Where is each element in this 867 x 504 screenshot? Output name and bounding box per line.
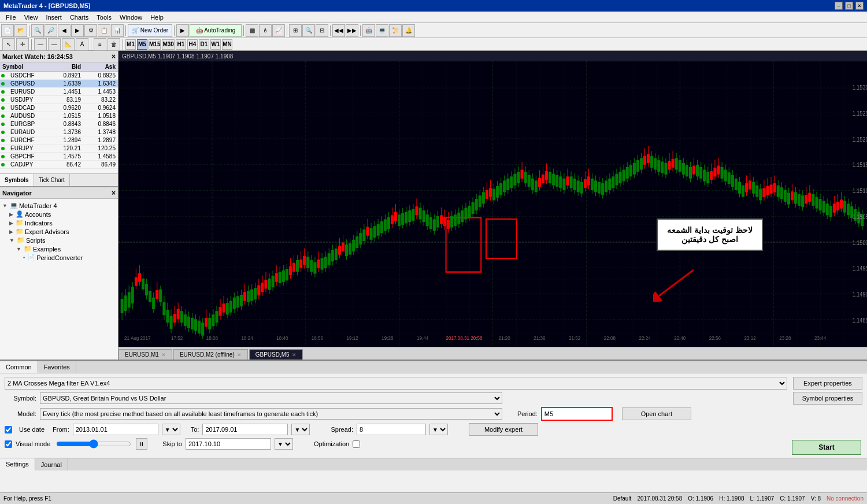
menu-file[interactable]: File <box>2 13 20 22</box>
menu-tools[interactable]: Tools <box>93 13 115 22</box>
market-watch-row-usdjpy[interactable]: USDJPY 83.19 83.22 <box>0 96 118 104</box>
market-watch-row-eurusd[interactable]: EURUSD 1.4451 1.4453 <box>0 88 118 96</box>
menu-window[interactable]: Window <box>116 13 146 22</box>
zoom-zoom-btn[interactable]: 🔍 <box>302 24 315 37</box>
tab-tick-chart[interactable]: Tick Chart <box>34 174 70 186</box>
nav-period-converter[interactable]: • 📄 PeriodConverter <box>0 253 118 262</box>
tab-symbols[interactable]: Symbols <box>0 174 34 186</box>
period-d1[interactable]: D1 <box>199 39 209 50</box>
template-btn[interactable]: 📋 <box>98 24 110 37</box>
menu-view[interactable]: View <box>21 13 42 22</box>
skip-to-field[interactable] <box>186 438 271 450</box>
menu-insert[interactable]: Insert <box>42 13 65 22</box>
bar-chart-btn[interactable]: ▦ <box>246 24 258 37</box>
period-m30[interactable]: M30 <box>162 39 174 50</box>
period-field[interactable] <box>542 408 612 420</box>
model-selector[interactable]: Every tick (the most precise method base… <box>40 408 502 420</box>
market-watch-row-usdchf[interactable]: USDCHF 0.8921 0.8925 <box>0 72 118 80</box>
zoom-out-btn[interactable]: 🔎 <box>45 24 57 37</box>
new-order-btn[interactable]: 🛒 New Order <box>128 24 172 37</box>
nav-scripts[interactable]: ▼ 📁 Scripts <box>0 236 118 244</box>
tab-common[interactable]: Common <box>0 361 38 373</box>
zoom-fit-btn[interactable]: ⊞ <box>289 24 302 37</box>
delete-btn[interactable]: 🗑 <box>108 38 120 51</box>
autotrading-btn[interactable]: 🤖 AutoTrading <box>190 24 242 37</box>
spread-dropdown[interactable]: ▼ <box>429 424 448 435</box>
hline-btn[interactable]: — <box>48 38 61 51</box>
experts-btn[interactable]: 🤖 <box>362 24 375 37</box>
market-watch-row-gbpchf[interactable]: GBPCHF 1.4575 1.4585 <box>0 153 118 161</box>
grid-btn[interactable]: ⊟ <box>316 24 328 37</box>
pause-btn[interactable]: ⏸ <box>136 438 147 450</box>
market-watch-row-euraud[interactable]: EURAUD 1.3736 1.3748 <box>0 128 118 136</box>
open-btn[interactable]: 📂 <box>14 24 27 37</box>
zoom-in-btn[interactable]: 🔍 <box>31 24 44 37</box>
market-watch-row-cadjpy[interactable]: CADJPY 86.42 86.49 <box>0 161 118 169</box>
nav-expert-advisors[interactable]: ▶ 📁 Expert Advisors <box>0 227 118 236</box>
nav-indicators[interactable]: ▶ 📁 Indicators <box>0 218 118 227</box>
visual-mode-checkbox[interactable] <box>5 440 12 448</box>
visual-speed-slider[interactable] <box>56 439 131 449</box>
from-date-field[interactable] <box>73 424 158 435</box>
period-m15[interactable]: M15 <box>149 39 161 50</box>
market-watch-row-eurjpy[interactable]: EURJPY 120.21 120.25 <box>0 144 118 153</box>
market-watch-row-audusd[interactable]: AUDUSD 1.0515 1.0518 <box>0 112 118 120</box>
nav-accounts[interactable]: ▶ 👤 Accounts <box>0 210 118 218</box>
maximize-button[interactable]: □ <box>845 2 853 10</box>
chart-tab-eurusd-m1[interactable]: EURUSD,M1 ✕ <box>118 349 172 360</box>
expert-properties-btn[interactable]: Expert properties <box>793 377 862 390</box>
autotrading-icon[interactable]: ▶ <box>176 24 189 37</box>
nav-metatrader4[interactable]: ▼ 💻 MetaTrader 4 <box>0 201 118 210</box>
market-watch-row-eurgbp[interactable]: EURGBP 0.8843 0.8846 <box>0 120 118 128</box>
crosshair-btn[interactable]: ✛ <box>16 38 29 51</box>
forward-btn[interactable]: ▶ <box>71 24 84 37</box>
market-watch-row-gbpusd[interactable]: GBPUSD 1.6339 1.6342 <box>0 80 118 88</box>
right-scroll-btn[interactable]: ▶▶ <box>346 24 358 37</box>
cursor-btn[interactable]: ↖ <box>2 38 15 51</box>
open-chart-btn[interactable]: Open chart <box>622 407 691 420</box>
tline-btn[interactable]: 📐 <box>62 38 75 51</box>
optimization-checkbox[interactable] <box>353 440 360 448</box>
tab-journal[interactable]: Journal <box>35 458 68 470</box>
menu-help[interactable]: Help <box>147 13 167 22</box>
line-tool-btn[interactable]: — <box>34 38 47 51</box>
period-m5[interactable]: M5 <box>137 39 147 50</box>
tab-favorites[interactable]: Favorites <box>38 361 76 373</box>
nav-examples[interactable]: ▼ 📁 Examples <box>0 244 118 253</box>
back-btn[interactable]: ◀ <box>58 24 71 37</box>
tab-settings[interactable]: Settings <box>0 458 35 470</box>
period-mn[interactable]: MN <box>222 39 232 50</box>
indicators-btn[interactable]: 📊 <box>111 24 124 37</box>
period-h1[interactable]: H1 <box>176 39 186 50</box>
market-watch-row-usdcad[interactable]: USDCAD 0.9620 0.9624 <box>0 104 118 112</box>
new-chart-btn[interactable]: 📄 <box>1 24 14 37</box>
skip-to-dropdown[interactable]: ▼ <box>275 438 293 450</box>
modify-expert-btn[interactable]: Modify expert <box>469 423 538 436</box>
alerts-btn[interactable]: 🔔 <box>402 24 415 37</box>
from-date-dropdown[interactable]: ▼ <box>162 424 180 435</box>
period-w1[interactable]: W1 <box>210 39 221 50</box>
properties-btn[interactable]: ⚙ <box>84 24 97 37</box>
ea-selector[interactable]: 2 MA Crosses Mega filter EA V1.ex4 <box>5 377 787 390</box>
fibretracement-btn[interactable]: ≡ <box>94 38 106 51</box>
text-btn[interactable]: A <box>76 38 88 51</box>
terminal-btn[interactable]: 💻 <box>376 24 388 37</box>
market-watch-row-eurchf[interactable]: EURCHF 1.2894 1.2897 <box>0 136 118 144</box>
history-btn[interactable]: 📜 <box>389 24 402 37</box>
period-m1[interactable]: M1 <box>125 39 136 50</box>
left-scroll-btn[interactable]: ◀◀ <box>332 24 345 37</box>
period-h4[interactable]: H4 <box>187 39 198 50</box>
start-btn[interactable]: Start <box>792 440 861 455</box>
symbol-properties-btn[interactable]: Symbol properties <box>793 392 862 405</box>
menu-charts[interactable]: Charts <box>66 13 92 22</box>
navigator-close[interactable]: × <box>112 189 116 197</box>
use-date-checkbox[interactable] <box>5 426 12 433</box>
spread-field[interactable] <box>357 424 426 435</box>
chart-tab-gbpusd-m5[interactable]: GBPUSD,M5 ✕ <box>249 349 303 360</box>
close-button[interactable]: × <box>855 2 864 10</box>
minimize-button[interactable]: – <box>835 2 843 10</box>
symbol-selector[interactable]: GBPUSD, Great Britain Pound vs US Dollar <box>40 392 502 404</box>
candle-btn[interactable]: 🕯 <box>259 24 272 37</box>
line-btn[interactable]: 📈 <box>272 24 285 37</box>
chart-tab-eurusd-m2[interactable]: EURUSD,M2 (offline) ✕ <box>173 349 248 360</box>
